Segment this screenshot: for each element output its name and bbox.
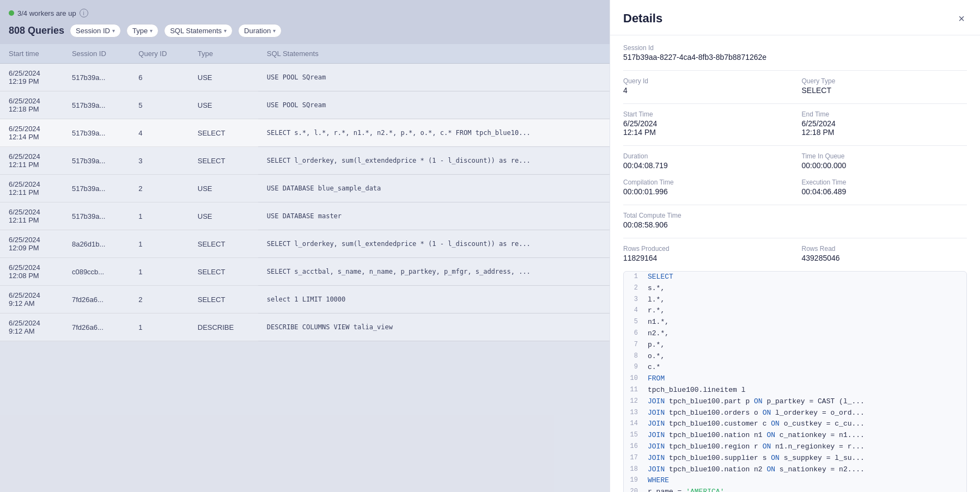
code-line: 5 n1.*, bbox=[624, 317, 966, 328]
top-bar: 3/4 workers are up i bbox=[0, 9, 610, 24]
table-row[interactable]: 6/25/202412:18 PM 517b39a... 5 USE USE P… bbox=[0, 91, 610, 119]
table-row[interactable]: 6/25/202412:11 PM 517b39a... 2 USE USE D… bbox=[0, 175, 610, 202]
queries-table: Start time Session ID Query ID Type SQL … bbox=[0, 44, 610, 341]
rows-produced-item: Rows Produced 11829164 bbox=[623, 245, 789, 262]
code-line: 7 p.*, bbox=[624, 340, 966, 351]
cell-sql: SELECT s_acctbal, s_name, n_name, p_part… bbox=[258, 258, 610, 286]
line-content: c.* bbox=[643, 362, 966, 373]
workers-status: 3/4 workers are up i bbox=[9, 9, 88, 17]
cell-start-time: 6/25/202412:19 PM bbox=[0, 64, 63, 91]
table-row[interactable]: 6/25/202412:08 PM c089ccb... 1 SELECT SE… bbox=[0, 258, 610, 286]
time-in-queue-item: Time In Queue 00:00:00.000 bbox=[802, 152, 967, 170]
code-line: 6 n2.*, bbox=[624, 328, 966, 340]
cell-start-time: 6/25/202412:08 PM bbox=[0, 258, 63, 286]
line-number: 3 bbox=[624, 294, 643, 306]
col-sql: SQL Statements bbox=[258, 44, 610, 64]
cell-query-id: 1 bbox=[130, 258, 188, 286]
details-body: Session Id 517b39aa-8227-4ca4-8fb3-8b7b8… bbox=[610, 35, 980, 492]
table-row[interactable]: 6/25/20249:12 AM 7fd26a6... 2 SELECT sel… bbox=[0, 286, 610, 313]
duration-queue-grid: Duration 00:04:08.719 Time In Queue 00:0… bbox=[623, 152, 967, 170]
start-time-item: Start Time 6/25/202412:14 PM bbox=[623, 110, 789, 137]
cell-query-id: 5 bbox=[130, 91, 188, 119]
end-time-item: End Time 6/25/202412:18 PM bbox=[802, 110, 967, 137]
line-content: tpch_blue100.lineitem l bbox=[643, 385, 966, 396]
code-line: 17 JOIN tpch_blue100.supplier s ON s_sup… bbox=[624, 453, 966, 464]
cell-type: USE bbox=[189, 175, 258, 202]
cell-session-id: 517b39a... bbox=[63, 119, 130, 147]
line-number: 11 bbox=[624, 385, 643, 396]
line-number: 2 bbox=[624, 283, 643, 294]
code-line: 9 c.* bbox=[624, 362, 966, 373]
cell-session-id: c089ccb... bbox=[63, 258, 130, 286]
line-number: 1 bbox=[624, 272, 643, 283]
execution-time-value: 00:04:06.489 bbox=[802, 187, 967, 196]
cell-sql: SELECT l_orderkey, sum(l_extendedprice *… bbox=[258, 147, 610, 175]
code-line: 1 SELECT bbox=[624, 272, 966, 283]
cell-query-id: 3 bbox=[130, 147, 188, 175]
info-icon[interactable]: i bbox=[80, 9, 88, 17]
query-id-label: Query Id bbox=[623, 77, 789, 85]
duration-filter-button[interactable]: Duration ▾ bbox=[238, 24, 282, 38]
query-id-type-grid: Query Id 4 Query Type SELECT bbox=[623, 77, 967, 95]
line-content: SELECT bbox=[643, 272, 966, 283]
cell-query-id: 2 bbox=[130, 286, 188, 313]
cell-start-time: 6/25/202412:18 PM bbox=[0, 91, 63, 119]
line-content: JOIN tpch_blue100.orders o ON l_orderkey… bbox=[643, 408, 966, 419]
query-type-item: Query Type SELECT bbox=[802, 77, 967, 95]
table-row[interactable]: 6/25/202412:09 PM 8a26d1b... 1 SELECT SE… bbox=[0, 230, 610, 258]
queries-table-container: Start time Session ID Query ID Type SQL … bbox=[0, 44, 610, 492]
cell-session-id: 7fd26a6... bbox=[63, 286, 130, 313]
session-id-label: Session Id bbox=[623, 44, 967, 52]
cell-sql: DESCRIBE COLUMNS VIEW talia_view bbox=[258, 313, 610, 341]
cell-session-id: 7fd26a6... bbox=[63, 313, 130, 341]
cell-sql: USE DATABASE master bbox=[258, 202, 610, 230]
line-content: n2.*, bbox=[643, 328, 966, 340]
chevron-down-icon: ▾ bbox=[112, 28, 115, 34]
line-number: 10 bbox=[624, 373, 643, 385]
execution-time-item: Execution Time 00:04:06.489 bbox=[802, 179, 967, 196]
end-time-label: End Time bbox=[802, 110, 967, 118]
chevron-down-icon: ▾ bbox=[273, 28, 276, 34]
cell-sql: USE DATABASE blue_sample_data bbox=[258, 175, 610, 202]
table-row[interactable]: 6/25/202412:11 PM 517b39a... 3 SELECT SE… bbox=[0, 147, 610, 175]
details-title: Details bbox=[623, 11, 662, 26]
col-type: Type bbox=[189, 44, 258, 64]
code-line: 14 JOIN tpch_blue100.customer c ON o_cus… bbox=[624, 419, 966, 430]
line-number: 8 bbox=[624, 351, 643, 362]
col-start-time: Start time bbox=[0, 44, 63, 64]
sql-filter-label: SQL Statements bbox=[170, 27, 222, 35]
query-id-item: Query Id 4 bbox=[623, 77, 789, 95]
sql-filter-button[interactable]: SQL Statements ▾ bbox=[164, 24, 233, 38]
time-in-queue-value: 00:00:00.000 bbox=[802, 161, 967, 170]
table-row[interactable]: 6/25/202412:11 PM 517b39a... 1 USE USE D… bbox=[0, 202, 610, 230]
line-content: JOIN tpch_blue100.nation n2 ON s_nationk… bbox=[643, 464, 966, 476]
duration-item: Duration 00:04:08.719 bbox=[623, 152, 789, 170]
code-line: 19 WHERE bbox=[624, 475, 966, 487]
code-line: 15 JOIN tpch_blue100.nation n1 ON c_nati… bbox=[624, 430, 966, 441]
start-time-label: Start Time bbox=[623, 110, 789, 118]
cell-start-time: 6/25/202412:11 PM bbox=[0, 175, 63, 202]
total-compute-label: Total Compute Time bbox=[623, 212, 967, 219]
cell-start-time: 6/25/202412:11 PM bbox=[0, 202, 63, 230]
line-number: 15 bbox=[624, 430, 643, 441]
cell-session-id: 517b39a... bbox=[63, 202, 130, 230]
time-in-queue-label: Time In Queue bbox=[802, 152, 967, 160]
code-line: 2 s.*, bbox=[624, 283, 966, 294]
rows-produced-label: Rows Produced bbox=[623, 245, 789, 253]
close-button[interactable]: × bbox=[956, 11, 967, 26]
col-session-id: Session ID bbox=[63, 44, 130, 64]
table-row[interactable]: 6/25/202412:14 PM 517b39a... 4 SELECT SE… bbox=[0, 119, 610, 147]
query-type-label: Query Type bbox=[802, 77, 967, 85]
cell-query-id: 2 bbox=[130, 175, 188, 202]
table-row[interactable]: 6/25/202412:19 PM 517b39a... 6 USE USE P… bbox=[0, 64, 610, 91]
line-number: 20 bbox=[624, 487, 643, 492]
cell-sql: SELECT l_orderkey, sum(l_extendedprice *… bbox=[258, 230, 610, 258]
type-filter-button[interactable]: Type ▾ bbox=[126, 24, 159, 38]
table-row[interactable]: 6/25/20249:12 AM 7fd26a6... 1 DESCRIBE D… bbox=[0, 313, 610, 341]
cell-query-id: 6 bbox=[130, 64, 188, 91]
line-content: JOIN tpch_blue100.customer c ON o_custke… bbox=[643, 419, 966, 430]
session-id-filter-button[interactable]: Session ID ▾ bbox=[70, 24, 121, 38]
cell-type: USE bbox=[189, 91, 258, 119]
cell-session-id: 517b39a... bbox=[63, 91, 130, 119]
code-line: 16 JOIN tpch_blue100.region r ON n1.n_re… bbox=[624, 441, 966, 453]
